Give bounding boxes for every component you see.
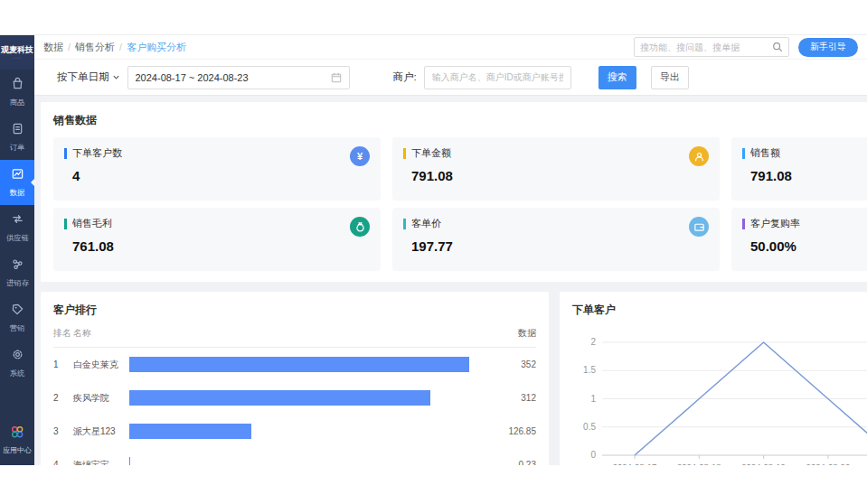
kpi-label: 客单价 <box>411 217 441 230</box>
global-search-input[interactable] <box>640 42 772 52</box>
sidebar-item-label: 应用中心 <box>3 444 32 454</box>
card-accent-bar <box>742 219 745 229</box>
sidebar-item-商品[interactable]: 商品 <box>0 70 34 115</box>
date-range-picker[interactable] <box>127 66 350 89</box>
rank-number: 2 <box>53 393 73 403</box>
calendar-icon <box>331 72 342 83</box>
ranking-value: 0.23 <box>480 460 536 465</box>
sidebar: 观麦科技 ·········· 商品 订单 数据 供应链 进销存 营销 系统 <box>0 35 34 465</box>
card-accent-bar <box>64 219 67 229</box>
svg-text:2024-08-18: 2024-08-18 <box>677 462 721 465</box>
card-accent-bar <box>742 148 745 159</box>
customer-ranking-panel: 客户排行 排名 名称 数据 1 白金史莱克 3522 疾风学院 3123 派大星… <box>41 292 549 465</box>
ranking-row: 4 海绵宝宝 0.23 <box>53 448 536 465</box>
kpi-value: 761.08 <box>72 238 370 254</box>
card-accent-bar <box>403 148 406 159</box>
kpi-label: 客户复购率 <box>750 217 800 230</box>
ranking-row: 1 白金史莱克 352 <box>53 348 536 381</box>
export-button[interactable]: 导出 <box>651 66 689 89</box>
svg-text:0: 0 <box>590 450 596 460</box>
supply-chain-icon <box>11 212 24 229</box>
ranking-bar <box>129 424 251 439</box>
breadcrumb: 数据 / 销售分析 / 客户购买分析 <box>43 41 186 54</box>
svg-text:1.5: 1.5 <box>583 365 596 375</box>
sidebar-item-label: 商品 <box>10 97 25 107</box>
kpi-value: 791.08 <box>411 168 709 183</box>
kpi-card-下单金额: 下单金额 791.08 <box>392 137 720 201</box>
sidebar-item-营销[interactable]: 营销 <box>0 295 34 341</box>
brand-tagline: ·········· <box>13 57 23 61</box>
search-button[interactable]: 搜索 <box>598 66 636 89</box>
rank-number: 1 <box>53 359 73 369</box>
sidebar-item-label: 进销存 <box>6 277 29 288</box>
search-icon[interactable] <box>772 42 783 52</box>
column-header-name: 名称 <box>73 327 129 340</box>
filter-bar: 按下单日期 商户: 搜索 导出 <box>34 60 867 96</box>
order-icon <box>11 122 24 139</box>
kpi-label: 下单客户数 <box>72 146 122 160</box>
sidebar-item-系统[interactable]: 系统 <box>0 341 34 386</box>
content-area: 销售数据 下单客户数 4¥ 下单金额 791.08 销售额 791.08 销售毛… <box>34 96 867 465</box>
sidebar-item-app-center[interactable]: 应用中心 <box>0 420 34 460</box>
sidebar-menu: 商品 订单 数据 供应链 进销存 营销 系统 <box>0 70 34 420</box>
kpi-label: 下单金额 <box>411 146 451 160</box>
svg-text:2024-08-17: 2024-08-17 <box>613 462 657 465</box>
card-accent-bar <box>64 148 67 159</box>
app-window: 观麦科技 ·········· 商品 订单 数据 供应链 进销存 营销 系统 <box>0 34 867 465</box>
sidebar-item-供应链[interactable]: 供应链 <box>0 205 34 250</box>
sales-data-panel: 销售数据 下单客户数 4¥ 下单金额 791.08 销售额 791.08 销售毛… <box>41 102 867 282</box>
rank-number: 3 <box>53 426 73 436</box>
panel-title: 下单客户 <box>572 303 867 318</box>
kpi-cards: 下单客户数 4¥ 下单金额 791.08 销售额 791.08 销售毛利 761… <box>53 137 867 271</box>
line-chart-svg: 21.510.502024-08-172024-08-182024-08-192… <box>572 331 867 465</box>
sidebar-item-label: 系统 <box>10 368 25 378</box>
top-bar: 数据 / 销售分析 / 客户购买分析 新手引导 <box>34 35 867 60</box>
rank-number: 4 <box>53 460 73 465</box>
date-type-select[interactable]: 按下单日期 <box>57 70 120 84</box>
ranking-table-body: 1 白金史莱克 3522 疾风学院 3123 派大星123 126.854 海绵… <box>53 348 536 465</box>
breadcrumb-separator: / <box>119 42 122 52</box>
date-range-input[interactable] <box>136 72 325 83</box>
kpi-card-下单客户数: 下单客户数 4¥ <box>53 137 381 201</box>
merchant-search-input[interactable] <box>424 66 571 89</box>
panel-title: 客户排行 <box>53 303 536 318</box>
sidebar-item-订单[interactable]: 订单 <box>0 115 34 160</box>
ranking-value: 126.85 <box>480 426 536 436</box>
breadcrumb-current: 客户购买分析 <box>127 41 186 54</box>
customer-name: 派大星123 <box>73 425 129 438</box>
brand-name: 观麦科技 <box>1 44 33 56</box>
svg-text:2024-08-20: 2024-08-20 <box>806 462 851 465</box>
svg-text:1: 1 <box>590 394 596 404</box>
ranking-bar <box>129 390 430 406</box>
customer-name: 疾风学院 <box>73 392 129 405</box>
panel-title: 销售数据 <box>53 113 867 128</box>
app-center-icon <box>10 425 24 443</box>
inventory-icon <box>11 257 24 275</box>
sidebar-item-label: 订单 <box>10 142 25 153</box>
beginner-guide-button[interactable]: 新手引导 <box>798 38 858 57</box>
kpi-card-客单价: 客单价 197.77 <box>392 208 720 271</box>
bag-icon <box>11 77 24 94</box>
kpi-card-销售毛利: 销售毛利 761.08 <box>53 208 381 271</box>
moneybag-icon <box>350 217 370 237</box>
column-header-value: 数据 <box>480 327 536 340</box>
breadcrumb-item[interactable]: 数据 <box>43 41 63 54</box>
ranking-value: 312 <box>480 393 536 403</box>
kpi-card-客户复购率: 客户复购率 50.00% <box>731 208 867 271</box>
kpi-label: 销售额 <box>750 146 780 160</box>
user-icon <box>689 146 709 166</box>
order-customers-line-chart: 21.510.502024-08-172024-08-182024-08-192… <box>572 331 867 465</box>
yuan-icon: ¥ <box>350 146 370 166</box>
kpi-label: 销售毛利 <box>72 217 112 230</box>
svg-text:2024-08-19: 2024-08-19 <box>741 462 786 465</box>
breadcrumb-separator: / <box>68 42 71 52</box>
sidebar-item-数据[interactable]: 数据 <box>0 160 34 205</box>
marketing-tag-icon <box>11 303 24 320</box>
ranking-row: 3 派大星123 126.85 <box>53 415 536 448</box>
sidebar-item-进销存[interactable]: 进销存 <box>0 250 34 295</box>
customer-name: 白金史莱克 <box>73 359 129 371</box>
kpi-value: 4 <box>72 168 370 183</box>
sidebar-item-label: 营销 <box>10 322 25 333</box>
breadcrumb-item[interactable]: 销售分析 <box>75 41 115 54</box>
kpi-card-销售额: 销售额 791.08 <box>731 137 867 201</box>
